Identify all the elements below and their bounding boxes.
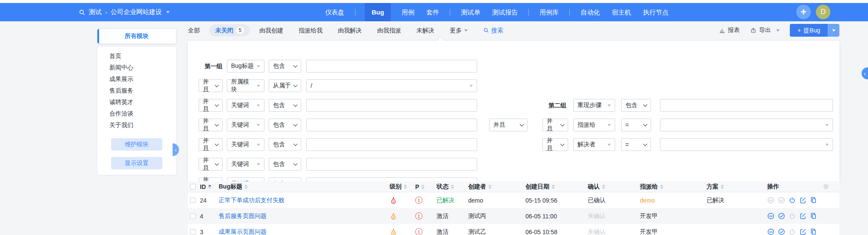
tab-更多[interactable]: 更多 (444, 24, 474, 36)
edit-icon[interactable] (799, 212, 806, 220)
filter-value-input[interactable] (306, 60, 477, 73)
filter-value-input[interactable] (306, 158, 477, 171)
filter-join-select[interactable]: 并且 (199, 158, 223, 171)
column-header-Bug标题[interactable]: Bug标题 (218, 183, 389, 191)
copy-icon[interactable] (810, 197, 817, 204)
export-button[interactable]: 导出 (750, 26, 780, 34)
sidebar-module-item[interactable]: 诚聘英才 (97, 96, 176, 108)
bug-title-link[interactable]: 正常下单成功后支付失败 (219, 197, 284, 204)
filter-join-select[interactable]: 并且 (542, 119, 568, 131)
filter-field-select[interactable]: 所属模块 (227, 79, 264, 92)
filter-group-join-select[interactable]: 并且 (489, 119, 528, 131)
create-bug-dropdown[interactable] (828, 24, 839, 37)
filter-field-select[interactable]: 重现步骤 (573, 99, 615, 112)
nav-item-测试报告[interactable]: 测试报告 (491, 3, 519, 21)
all-modules-header[interactable]: 所有模块 (97, 29, 176, 44)
filter-operator-select[interactable]: 包含 (269, 99, 301, 112)
filter-value-input[interactable] (306, 119, 477, 131)
filter-join-select[interactable]: 并且 (542, 138, 568, 151)
quick-create-button[interactable]: + (796, 5, 811, 19)
close-icon[interactable] (789, 197, 796, 204)
column-header-级别[interactable]: 级别 (389, 183, 414, 191)
copy-icon[interactable] (810, 228, 817, 235)
row-checkbox[interactable] (190, 229, 196, 235)
confirm-icon[interactable]: OK (767, 212, 774, 220)
filter-operator-select[interactable]: 包含 (269, 158, 301, 171)
column-header-创建日期[interactable]: 创建日期 (525, 183, 587, 191)
nav-item-执行节点[interactable]: 执行节点 (642, 3, 670, 21)
breadcrumb-scope[interactable]: 测试 (89, 8, 102, 16)
nav-item-Bug[interactable]: Bug (365, 3, 391, 21)
nav-item-测试单[interactable]: 测试单 (460, 3, 481, 21)
filter-operator-select[interactable]: 包含 (269, 60, 301, 73)
filter-value-select[interactable] (660, 119, 833, 131)
filter-value-input[interactable] (306, 138, 477, 151)
breadcrumb-product[interactable]: 公司企业网站建设 (111, 8, 162, 16)
nav-item-用例库[interactable]: 用例库 (538, 3, 560, 21)
nav-item-仪表盘[interactable]: 仪表盘 (324, 3, 346, 21)
filter-operator-select[interactable]: 包含 (269, 119, 301, 131)
resolve-icon[interactable] (778, 228, 785, 235)
column-header-创建者[interactable]: 创建者 (467, 183, 525, 191)
confirm-icon[interactable]: OK (767, 228, 774, 235)
tab-由我解决[interactable]: 由我解决 (332, 24, 368, 36)
filter-join-select[interactable]: 并且 (199, 119, 223, 131)
filter-field-select[interactable]: 关键词 (227, 158, 264, 171)
sidebar-module-item[interactable]: 关于我们 (97, 119, 176, 131)
filter-value-input[interactable] (306, 99, 477, 112)
filter-field-select[interactable]: 关键词 (227, 99, 264, 112)
column-header-指派给[interactable]: 指派给 (639, 183, 706, 191)
nav-item-自动化[interactable]: 自动化 (579, 3, 601, 21)
column-header-确认[interactable]: 确认 (587, 183, 639, 191)
filter-field-select[interactable]: Bug标题 (227, 60, 264, 73)
column-header-方案[interactable]: 方案 (706, 183, 766, 191)
display-settings-button[interactable]: 显示设置 (111, 157, 162, 169)
column-header-P[interactable]: P (414, 183, 436, 190)
report-button[interactable]: 报表 (719, 26, 740, 34)
sidebar-collapse-handle[interactable]: ‹ (173, 143, 179, 156)
filter-operator-select[interactable]: 包含 (269, 138, 301, 151)
tab-搜索[interactable]: 搜索 (477, 24, 509, 36)
filter-field-select[interactable]: 关键词 (227, 119, 264, 131)
edit-icon[interactable] (799, 228, 806, 235)
sidebar-module-item[interactable]: 新闻中心 (97, 62, 176, 73)
tab-全部[interactable]: 全部 (182, 24, 206, 36)
maintain-modules-button[interactable]: 维护模块 (111, 138, 162, 151)
nav-item-用例[interactable]: 用例 (400, 3, 416, 21)
sidebar-module-item[interactable]: 成果展示 (97, 73, 176, 85)
column-settings-gear-icon[interactable] (823, 183, 829, 190)
filter-field-select[interactable]: 解决者 (573, 138, 615, 151)
bug-title-link[interactable]: 售后服务页面问题 (219, 212, 267, 220)
filter-value-input[interactable] (660, 99, 833, 112)
right-panel-handle[interactable]: ‹ (862, 67, 868, 79)
breadcrumb[interactable]: 测试 › 公司企业网站建设 (79, 3, 170, 21)
filter-join-select[interactable]: 并且 (199, 138, 223, 151)
edit-icon[interactable] (799, 197, 806, 204)
tab-由我创建[interactable]: 由我创建 (253, 24, 289, 36)
filter-value-select[interactable] (660, 138, 833, 151)
row-checkbox[interactable] (190, 213, 196, 219)
user-avatar[interactable]: D (816, 5, 830, 19)
select-all-checkbox[interactable] (190, 184, 196, 189)
create-bug-main[interactable]: + 提Bug (790, 24, 828, 37)
nav-item-宿主机[interactable]: 宿主机 (610, 3, 632, 21)
copy-icon[interactable] (810, 212, 817, 220)
filter-operator-select[interactable]: = (621, 138, 651, 151)
filter-value-select[interactable]: / (306, 79, 477, 92)
row-checkbox[interactable] (190, 197, 196, 203)
sidebar-module-item[interactable]: 合作洽谈 (97, 108, 176, 119)
column-header-ID[interactable]: ID (199, 183, 218, 190)
column-header-状态[interactable]: 状态 (436, 183, 467, 191)
filter-operator-select[interactable]: 从属于 (269, 79, 301, 92)
filter-field-select[interactable]: 关键词 (227, 138, 264, 151)
nav-item-套件[interactable]: 套件 (425, 3, 440, 21)
filter-operator-select[interactable]: 包含 (621, 99, 651, 112)
filter-field-select[interactable]: 指派给 (573, 119, 615, 131)
bug-title-link[interactable]: 成果展示页面问题 (219, 228, 267, 235)
filter-join-select[interactable]: 并且 (199, 79, 223, 92)
filter-operator-select[interactable]: = (621, 119, 651, 131)
resolve-icon[interactable] (778, 212, 785, 220)
sidebar-module-item[interactable]: 售后服务 (97, 85, 176, 96)
sidebar-module-item[interactable]: 首页 (97, 50, 176, 62)
tab-由我指派[interactable]: 由我指派 (371, 24, 407, 36)
